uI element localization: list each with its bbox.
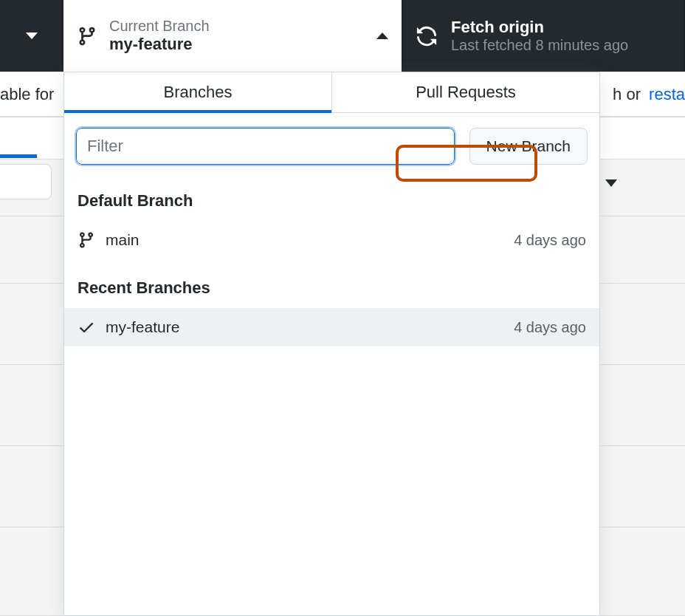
branch-filter-input[interactable] xyxy=(76,128,455,165)
git-branch-icon xyxy=(77,26,97,47)
git-branch-icon xyxy=(78,231,95,249)
tab-pull-requests[interactable]: Pull Requests xyxy=(331,72,599,112)
bg-dropdown-caret xyxy=(605,179,617,187)
current-repo-dropdown[interactable] xyxy=(0,0,63,72)
bg-tab-indicator xyxy=(0,154,37,158)
popover-tabs: Branches Pull Requests xyxy=(64,72,599,113)
current-branch-name: my-feature xyxy=(109,35,376,54)
app-toolbar: Current Branch my-feature Fetch origin L… xyxy=(0,0,685,72)
current-branch-dropdown[interactable]: Current Branch my-feature xyxy=(63,0,402,72)
tab-pull-requests-label: Pull Requests xyxy=(416,83,516,102)
branch-name-label: main xyxy=(106,231,514,249)
tab-branches[interactable]: Branches xyxy=(64,72,331,112)
chevron-up-icon xyxy=(376,32,388,39)
branch-popover: Branches Pull Requests New Branch Defaul… xyxy=(63,72,600,616)
branch-time-label: 4 days ago xyxy=(514,232,586,249)
chevron-down-icon xyxy=(26,32,38,39)
sync-icon xyxy=(416,25,438,47)
current-branch-label: Current Branch xyxy=(109,18,376,35)
branch-row-main[interactable]: main 4 days ago xyxy=(64,221,599,259)
new-branch-button[interactable]: New Branch xyxy=(469,128,588,165)
tab-branches-label: Branches xyxy=(164,83,233,102)
default-branch-heading: Default Branch xyxy=(64,172,599,221)
bg-text-left: able for xyxy=(0,85,54,104)
branch-time-label: 4 days ago xyxy=(514,319,586,336)
check-icon xyxy=(78,318,95,336)
fetch-origin-button[interactable]: Fetch origin Last fetched 8 minutes ago xyxy=(402,0,685,72)
recent-branches-heading: Recent Branches xyxy=(64,259,599,308)
fetch-subtitle: Last fetched 8 minutes ago xyxy=(451,37,628,54)
bg-link-restart[interactable]: resta xyxy=(649,85,685,104)
branch-name-label: my-feature xyxy=(106,318,514,336)
bg-button-fragment xyxy=(0,164,52,199)
branch-row-my-feature[interactable]: my-feature 4 days ago xyxy=(64,308,599,346)
bg-text-right: h or xyxy=(613,85,641,104)
fetch-title: Fetch origin xyxy=(451,18,628,37)
